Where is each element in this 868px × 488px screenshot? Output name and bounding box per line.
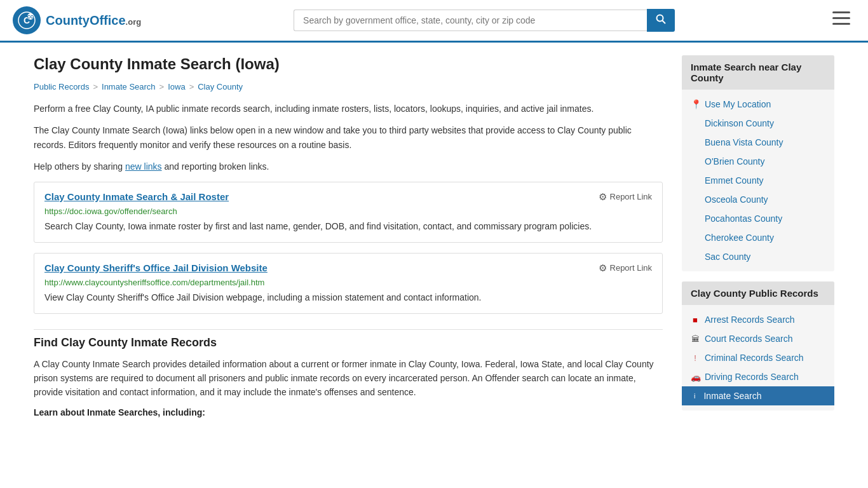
breadcrumb-clay-county[interactable]: Clay County xyxy=(198,82,243,92)
nearby-section-title: Inmate Search near Clay County xyxy=(682,55,834,90)
learn-label: Learn about Inmate Searches, including: xyxy=(34,407,663,417)
court-records-link[interactable]: Court Records Search xyxy=(705,334,793,344)
breadcrumb-iowa[interactable]: Iowa xyxy=(168,82,185,92)
link-card-2: Clay County Sheriff's Office Jail Divisi… xyxy=(34,253,663,314)
breadcrumb-inmate-search[interactable]: Inmate Search xyxy=(102,82,156,92)
desc3-pre: Help others by sharing xyxy=(34,161,125,172)
search-input[interactable] xyxy=(294,10,647,31)
report-link-btn-1[interactable]: ⚙ Report Link xyxy=(599,191,652,203)
sidebar-item-osceola[interactable]: Osceola County xyxy=(682,190,834,209)
link-card-1: Clay County Inmate Search & Jail Roster … xyxy=(34,182,663,243)
sidebar-item-sac[interactable]: Sac County xyxy=(682,247,834,266)
search-icon xyxy=(656,14,666,24)
search-area xyxy=(294,9,675,32)
link-title-1[interactable]: Clay County Inmate Search & Jail Roster xyxy=(44,191,229,202)
description-3: Help others by sharing new links and rep… xyxy=(34,159,663,173)
header: C CO CountyOffice.org xyxy=(0,0,868,43)
link-desc-1: Search Clay County, Iowa inmate roster b… xyxy=(44,220,652,233)
hamburger-menu-icon[interactable] xyxy=(827,9,855,32)
svg-rect-6 xyxy=(832,11,850,13)
link-card-header-2: Clay County Sheriff's Office Jail Divisi… xyxy=(44,262,652,274)
find-section-body: A Clay County Inmate Search provides det… xyxy=(34,357,663,400)
page-title: Clay County Inmate Search (Iowa) xyxy=(34,55,663,73)
use-my-location-item[interactable]: 📍 Use My Location xyxy=(682,95,834,114)
public-records-items: ■ Arrest Records Search 🏛 Court Records … xyxy=(682,305,834,410)
sidebar: Inmate Search near Clay County 📍 Use My … xyxy=(682,55,834,421)
svg-line-5 xyxy=(663,21,666,24)
inmate-search-link[interactable]: Inmate Search xyxy=(703,391,761,401)
osceola-county-link[interactable]: Osceola County xyxy=(705,194,768,205)
breadcrumb-sep-1: > xyxy=(93,82,98,92)
logo-icon: C CO xyxy=(13,6,41,34)
svg-point-4 xyxy=(657,15,663,22)
desc3-post: and reporting broken links. xyxy=(162,161,269,172)
link-card-header-1: Clay County Inmate Search & Jail Roster … xyxy=(44,191,652,203)
link-title-2[interactable]: Clay County Sheriff's Office Jail Divisi… xyxy=(44,262,268,273)
breadcrumb: Public Records > Inmate Search > Iowa > … xyxy=(34,82,663,92)
sidebar-item-emmet[interactable]: Emmet County xyxy=(682,171,834,190)
link-url-1: https://doc.iowa.gov/offender/search xyxy=(44,207,652,216)
pocahontas-county-link[interactable]: Pocahontas County xyxy=(705,214,782,224)
find-section-heading: Find Clay County Inmate Records xyxy=(34,329,663,349)
sidebar-item-arrest[interactable]: ■ Arrest Records Search xyxy=(682,310,834,329)
link-url-2: http://www.claycountysheriffsoffice.com/… xyxy=(44,278,652,287)
sidebar-item-cherokee[interactable]: Cherokee County xyxy=(682,228,834,247)
breadcrumb-sep-2: > xyxy=(159,82,165,92)
report-label-1: Report Link xyxy=(610,192,652,201)
court-records-icon: 🏛 xyxy=(691,334,700,344)
criminal-records-icon: ! xyxy=(691,353,700,363)
report-icon-2: ⚙ xyxy=(599,262,607,274)
sidebar-item-driving[interactable]: 🚗 Driving Records Search xyxy=(682,367,834,386)
breadcrumb-public-records[interactable]: Public Records xyxy=(34,82,89,92)
svg-rect-8 xyxy=(832,23,850,25)
new-links-link[interactable]: new links xyxy=(125,161,162,172)
sidebar-item-buena-vista[interactable]: Buena Vista County xyxy=(682,133,834,152)
emmet-county-link[interactable]: Emmet County xyxy=(705,175,764,186)
description-1: Perform a free Clay County, IA public in… xyxy=(34,102,663,116)
nearby-section: Inmate Search near Clay County 📍 Use My … xyxy=(682,55,834,271)
location-pin-icon: 📍 xyxy=(691,99,700,109)
logo-tld: .org xyxy=(126,17,142,27)
criminal-records-link[interactable]: Criminal Records Search xyxy=(705,353,804,363)
driving-records-icon: 🚗 xyxy=(691,372,700,382)
logo-text[interactable]: CountyOffice.org xyxy=(46,13,141,28)
sidebar-item-court[interactable]: 🏛 Court Records Search xyxy=(682,329,834,348)
dickinson-county-link[interactable]: Dickinson County xyxy=(705,118,774,128)
arrest-records-icon: ■ xyxy=(691,315,700,325)
svg-text:CO: CO xyxy=(27,15,34,19)
use-my-location-link[interactable]: Use My Location xyxy=(705,99,771,109)
content-area: Clay County Inmate Search (Iowa) Public … xyxy=(34,55,663,421)
description-2: The Clay County Inmate Search (Iowa) lin… xyxy=(34,123,663,152)
logo-area: C CO CountyOffice.org xyxy=(13,6,141,34)
report-icon-1: ⚙ xyxy=(599,191,607,203)
sidebar-item-criminal[interactable]: ! Criminal Records Search xyxy=(682,348,834,367)
obrien-county-link[interactable]: O'Brien County xyxy=(705,156,765,166)
arrest-records-link[interactable]: Arrest Records Search xyxy=(705,315,795,325)
cherokee-county-link[interactable]: Cherokee County xyxy=(705,233,774,243)
buena-vista-county-link[interactable]: Buena Vista County xyxy=(705,137,783,147)
breadcrumb-sep-3: > xyxy=(189,82,194,92)
public-records-section: Clay County Public Records ■ Arrest Reco… xyxy=(682,281,834,410)
public-records-section-title: Clay County Public Records xyxy=(682,281,834,305)
sidebar-item-pocahontas[interactable]: Pocahontas County xyxy=(682,209,834,228)
report-label-2: Report Link xyxy=(610,263,652,273)
sidebar-item-inmate[interactable]: i Inmate Search xyxy=(682,386,834,405)
sac-county-link[interactable]: Sac County xyxy=(705,252,750,262)
report-link-btn-2[interactable]: ⚙ Report Link xyxy=(599,262,652,274)
svg-rect-7 xyxy=(832,17,850,19)
main-layout: Clay County Inmate Search (Iowa) Public … xyxy=(21,43,847,433)
logo-office: Office xyxy=(90,13,126,27)
logo-county: County xyxy=(46,13,90,27)
nearby-items-list: 📍 Use My Location Dickinson County Buena… xyxy=(682,90,834,271)
inmate-search-icon: i xyxy=(691,391,698,400)
sidebar-item-dickinson[interactable]: Dickinson County xyxy=(682,114,834,133)
sidebar-item-obrien[interactable]: O'Brien County xyxy=(682,152,834,171)
driving-records-link[interactable]: Driving Records Search xyxy=(705,372,799,382)
link-desc-2: View Clay County Sheriff's Office Jail D… xyxy=(44,291,652,304)
search-button[interactable] xyxy=(647,9,675,32)
